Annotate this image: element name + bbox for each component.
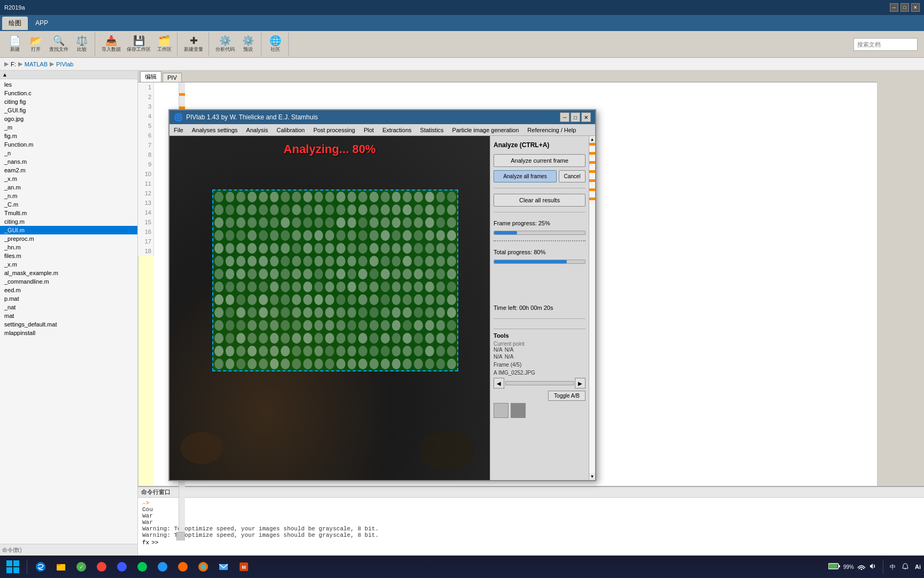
menu-calibration[interactable]: Calibration (272, 125, 309, 135)
piv-dot (348, 294, 357, 305)
maximize-btn[interactable]: □ (900, 3, 909, 12)
file-item-27[interactable]: mat (0, 311, 137, 320)
file-item-13[interactable]: _n.m (0, 192, 137, 200)
start-btn[interactable] (3, 558, 22, 576)
taskbar-orange-icon[interactable] (174, 558, 192, 576)
pivlab-minimize-btn[interactable]: ─ (560, 112, 569, 122)
file-item-10[interactable]: eam2.m (0, 166, 137, 174)
notification-btn[interactable] (900, 561, 911, 572)
nav-next-btn[interactable]: ▶ (575, 378, 586, 389)
ai-label[interactable]: Ai (915, 564, 921, 570)
clear-results-btn[interactable]: Clear all results (494, 194, 586, 207)
file-item-2[interactable]: citing fig (0, 97, 137, 106)
file-item-26[interactable]: _nat (0, 303, 137, 311)
taskbar-mail-icon[interactable] (214, 558, 233, 576)
newvar-btn[interactable]: ✚ 新建变量 (182, 35, 205, 54)
find-btn[interactable]: 🔍 查找文件 (47, 35, 71, 54)
file-item-0[interactable]: les (0, 80, 137, 89)
workspace-btn[interactable]: 🗂️ 工作区 (155, 35, 174, 54)
right-panel-scrollbar[interactable]: ▲ ▼ (589, 136, 595, 480)
editor-tab-piv[interactable]: PIV (163, 73, 182, 82)
menu-plot[interactable]: Plot (359, 125, 378, 135)
menu-file[interactable]: File (170, 125, 188, 135)
nav-slider[interactable] (505, 381, 574, 385)
file-item-3[interactable]: _GUI.fig (0, 106, 137, 115)
cancel-btn[interactable]: Cancel (559, 170, 586, 182)
analyze-all-frames-btn[interactable]: Analyze all frames (494, 170, 557, 182)
taskbar-explorer-icon[interactable] (52, 558, 70, 576)
file-item-15[interactable]: Tmulti.m (0, 209, 137, 217)
taskbar-edge-icon[interactable] (32, 558, 50, 576)
save-btn[interactable]: 💾 保存工作区 (125, 35, 153, 54)
file-item-20[interactable]: files.m (0, 252, 137, 260)
tab-app[interactable]: APP (29, 17, 55, 29)
file-item-19[interactable]: _hn.m (0, 243, 137, 252)
file-item-4[interactable]: ogo.jpg (0, 115, 137, 123)
thumb-a-btn[interactable] (494, 403, 509, 418)
file-item-22[interactable]: al_mask_example.m (0, 269, 137, 277)
file-item-11[interactable]: _x.m (0, 174, 137, 183)
menu-referencing-/-help[interactable]: Referencing / Help (523, 125, 580, 135)
breadcrumb-pivlab[interactable]: PIVlab (56, 61, 73, 67)
piv-dot (303, 256, 312, 267)
nav-prev-btn[interactable]: ◀ (494, 378, 504, 389)
tab-plot[interactable]: 绘图 (2, 17, 28, 30)
taskbar-blue-circle-icon[interactable] (113, 558, 131, 576)
toggle-ab-btn[interactable]: Toggle A/B (548, 391, 586, 401)
file-item-1[interactable]: Function.c (0, 89, 137, 97)
file-item-28[interactable]: settings_default.mat (0, 320, 137, 329)
resize-handle[interactable] (176, 532, 185, 541)
editor-tab-edit[interactable]: 编辑 (140, 71, 161, 82)
file-item-23[interactable]: _commandline.m (0, 277, 137, 286)
piv-dot (358, 307, 367, 318)
menu-statistics[interactable]: Statistics (416, 125, 448, 135)
clock[interactable]: 中 (890, 563, 896, 571)
file-item-12[interactable]: _an.m (0, 183, 137, 192)
file-item-24[interactable]: eed.m (0, 286, 137, 294)
file-item-17[interactable]: _GUI.m (0, 226, 137, 234)
breadcrumb-arrow2: ▶ (18, 60, 22, 67)
scroll-down-btn[interactable]: ▼ (590, 473, 595, 480)
command-input[interactable] (160, 539, 920, 546)
thumb-b-btn[interactable] (511, 403, 526, 418)
file-item-16[interactable]: citing.m (0, 217, 137, 226)
prefs-btn[interactable]: ⚙️ 预设 (238, 35, 258, 54)
file-item-7[interactable]: Function.m (0, 140, 137, 149)
compare-btn[interactable]: ⚖️ 比较 (72, 35, 91, 54)
file-item-9[interactable]: _nans.m (0, 157, 137, 166)
open-btn[interactable]: 📂 打开 (26, 35, 45, 54)
scroll-up-btn[interactable]: ▲ (590, 136, 595, 143)
community-btn[interactable]: 🌐 社区 (266, 35, 285, 54)
file-item-5[interactable]: _m (0, 123, 137, 132)
minimize-btn[interactable]: ─ (890, 3, 898, 12)
file-item-21[interactable]: _x.m (0, 260, 137, 269)
taskbar-matlab-icon[interactable]: M (235, 558, 253, 576)
taskbar-green-icon[interactable]: ✓ (72, 558, 90, 576)
taskbar-firefox-icon[interactable] (194, 558, 212, 576)
file-item-29[interactable]: mlappinstall (0, 329, 137, 337)
menu-analyses-settings[interactable]: Analyses settings (188, 125, 242, 135)
new-btn[interactable]: 📄 新建 (5, 35, 25, 54)
file-item-25[interactable]: p.mat (0, 294, 137, 303)
prefs-icon: ⚙️ (242, 36, 254, 45)
file-item-6[interactable]: fig.m (0, 132, 137, 140)
pivlab-close-btn[interactable]: ✕ (581, 112, 591, 122)
menu-analysis[interactable]: Analysis (242, 125, 272, 135)
taskbar-blue-icon[interactable] (153, 558, 172, 576)
pivlab-maximize-btn[interactable]: □ (571, 112, 580, 122)
sidebar-up-icon[interactable]: ▲ (2, 72, 7, 78)
breadcrumb-matlab[interactable]: MATLAB (25, 61, 48, 67)
menu-extractions[interactable]: Extractions (378, 125, 415, 135)
import-btn[interactable]: 📥 导入数据 (99, 35, 123, 54)
close-btn[interactable]: ✕ (911, 3, 920, 12)
file-item-14[interactable]: _C.m (0, 200, 137, 209)
menu-post-processing[interactable]: Post processing (309, 125, 359, 135)
menu-particle-image-generation[interactable]: Particle image generation (448, 125, 523, 135)
search-docs-input[interactable] (853, 38, 918, 51)
taskbar-red-icon[interactable] (93, 558, 111, 576)
analyze-current-frame-btn[interactable]: Analyze current frame (494, 154, 586, 167)
taskbar-green2-icon[interactable] (133, 558, 151, 576)
analyze-code-btn[interactable]: ⚙️ 分析代码 (213, 35, 237, 54)
file-item-8[interactable]: _n (0, 149, 137, 157)
file-item-18[interactable]: _preproc.m (0, 234, 137, 243)
